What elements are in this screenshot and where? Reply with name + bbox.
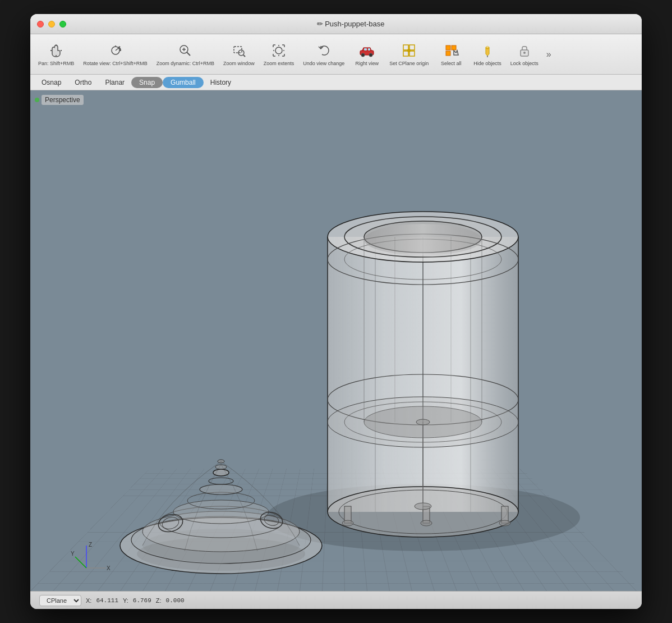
svg-rect-19: [368, 48, 370, 51]
coord-group: CPlane X: 64.111 Y: 6.769 Z: 0.000: [39, 595, 185, 606]
undo-view-tool[interactable]: Undo view change: [300, 39, 348, 69]
hide-objects-icon: [478, 42, 496, 59]
zoom-extents-tool[interactable]: Zoom extents: [260, 39, 298, 69]
osnap-button[interactable]: Osnap: [35, 77, 68, 88]
close-button[interactable]: [37, 21, 44, 28]
svg-point-33: [486, 46, 489, 48]
undo-view-icon: [315, 42, 333, 59]
svg-point-52: [364, 224, 482, 255]
svg-point-68: [415, 503, 431, 510]
x-label: X:: [86, 597, 91, 604]
svg-rect-22: [403, 51, 408, 56]
rotate-label: Rotate view: Ctrl+Shift+RMB: [83, 61, 148, 67]
rotate-icon: [107, 42, 125, 59]
svg-point-63: [342, 520, 353, 526]
set-cplane-label: Set CPlane origin: [389, 61, 429, 67]
lock-objects-label: Lock objects: [510, 61, 538, 67]
svg-text:X: X: [107, 565, 111, 571]
y-label: Y:: [123, 597, 128, 604]
ortho-button[interactable]: Ortho: [68, 77, 98, 88]
svg-point-79: [215, 465, 227, 469]
right-view-label: Right view: [355, 61, 379, 67]
planar-button[interactable]: Planar: [98, 77, 131, 88]
svg-line-8: [243, 55, 245, 57]
z-label: Z:: [156, 597, 162, 604]
maximize-button[interactable]: [59, 21, 66, 28]
viewport-active-dot: [35, 98, 39, 102]
zoom-extents-icon: [270, 42, 288, 59]
zoom-window-label: Zoom window: [223, 61, 255, 67]
set-cplane-icon: [400, 42, 418, 59]
svg-rect-21: [409, 45, 415, 50]
more-tools-button[interactable]: »: [544, 47, 554, 62]
select-all-icon: [442, 42, 460, 59]
snap-button[interactable]: Snap: [131, 77, 163, 88]
zoom-dynamic-icon: [176, 42, 194, 59]
x-value: 64.111: [96, 597, 118, 604]
svg-marker-30: [454, 51, 458, 55]
viewport-label: Perspective: [35, 95, 84, 105]
zoom-window-icon: [230, 42, 248, 59]
z-value: 0.000: [166, 597, 185, 604]
svg-rect-28: [452, 45, 456, 50]
statusbar-bottom: CPlane X: 64.111 Y: 6.769 Z: 0.000: [30, 591, 642, 609]
svg-rect-18: [364, 48, 367, 51]
set-cplane-tool[interactable]: Set CPlane origin: [386, 39, 432, 69]
svg-point-78: [213, 469, 229, 476]
right-view-icon: [358, 42, 376, 59]
svg-line-1: [116, 48, 119, 51]
svg-line-3: [187, 52, 190, 56]
select-all-label: Select all: [441, 61, 462, 67]
pan-tool[interactable]: Pan: Shift+RMB: [35, 39, 77, 69]
svg-rect-29: [446, 51, 450, 56]
viewport-name: Perspective: [42, 95, 84, 105]
hide-objects-tool[interactable]: Hide objects: [470, 39, 505, 69]
right-view-tool[interactable]: Right view: [350, 39, 384, 69]
svg-point-74: [173, 500, 269, 524]
zoom-window-tool[interactable]: Zoom window: [220, 39, 258, 69]
y-value: 6.769: [133, 597, 151, 604]
rotate-tool[interactable]: Rotate view: Ctrl+Shift+RMB: [80, 39, 151, 69]
svg-rect-20: [403, 45, 408, 50]
cplane-select[interactable]: CPlane: [39, 595, 81, 606]
pan-icon: [47, 42, 65, 59]
lock-objects-icon: [515, 42, 533, 59]
lock-objects-tool[interactable]: Lock objects: [507, 39, 542, 69]
svg-point-76: [200, 484, 242, 494]
minimize-button[interactable]: [48, 21, 55, 28]
viewport-container[interactable]: Perspective: [30, 90, 642, 591]
svg-point-64: [421, 520, 432, 526]
svg-point-17: [369, 53, 372, 57]
svg-point-77: [209, 478, 233, 484]
svg-text:Y: Y: [71, 551, 75, 557]
select-all-tool[interactable]: Select all: [434, 39, 468, 69]
hide-objects-label: Hide objects: [473, 61, 501, 67]
toolbar: Pan: Shift+RMB Rotate view: Ctrl+Shift+R…: [30, 34, 642, 75]
zoom-extents-label: Zoom extents: [264, 61, 294, 67]
titlebar: ✏ Push-puppet-base: [30, 14, 642, 34]
svg-text:Z: Z: [89, 542, 92, 548]
main-window: ✏ Push-puppet-base Pan: Shift+RMB: [30, 14, 642, 609]
viewport-canvas[interactable]: Z X Y: [30, 90, 642, 591]
history-button[interactable]: History: [204, 77, 238, 88]
svg-line-89: [75, 557, 86, 568]
traffic-lights: [37, 21, 66, 28]
scene-svg: Z X Y: [30, 90, 642, 591]
svg-point-67: [416, 419, 430, 425]
undo-view-label: Undo view change: [303, 61, 344, 67]
gumball-button[interactable]: Gumball: [163, 77, 204, 88]
svg-rect-27: [446, 45, 450, 50]
window-title: ✏ Push-puppet-base: [66, 20, 635, 28]
status-bar-top: Osnap Ortho Planar Snap Gumball History: [30, 75, 642, 90]
svg-point-9: [275, 47, 282, 54]
svg-point-35: [523, 52, 526, 54]
zoom-dynamic-tool[interactable]: Zoom dynamic: Ctrl+RMB: [153, 39, 218, 69]
svg-rect-23: [409, 51, 415, 56]
svg-point-16: [361, 53, 365, 57]
zoom-dynamic-label: Zoom dynamic: Ctrl+RMB: [157, 61, 214, 67]
pan-label: Pan: Shift+RMB: [38, 61, 74, 67]
svg-point-65: [499, 520, 510, 526]
